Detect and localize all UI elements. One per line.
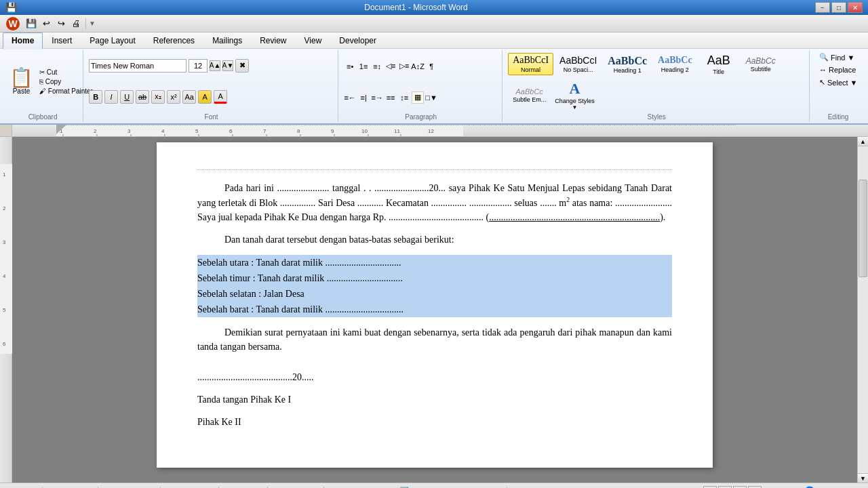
style-normal-preview: AaBbCcI	[513, 55, 549, 66]
increase-indent-button[interactable]: ▷≡	[398, 60, 410, 73]
style-nospace-button[interactable]: AaBbCcI No Spaci...	[555, 53, 601, 75]
style-nospace-label: No Spaci...	[564, 66, 593, 73]
style-normal-button[interactable]: AaBbCcI Normal	[508, 53, 553, 75]
clipboard-label: Clipboard	[7, 112, 79, 121]
change-styles-label: Change Styles	[555, 98, 595, 105]
scroll-thumb[interactable]	[859, 180, 867, 278]
style-h1-label: Heading 1	[614, 67, 642, 74]
font-name-input[interactable]	[89, 59, 186, 73]
svg-text:5: 5	[3, 307, 6, 313]
numbering-button[interactable]: 1≡	[357, 60, 370, 73]
superscript-button[interactable]: x²	[167, 90, 180, 104]
font-size-input[interactable]	[189, 59, 208, 73]
undo-button[interactable]: ↩	[39, 17, 53, 30]
clear-format-button[interactable]: ✖	[235, 59, 249, 73]
paste-label: Paste	[13, 87, 31, 95]
align-right-button[interactable]: ≡→	[371, 92, 383, 104]
bullets-button[interactable]: ≡•	[344, 60, 356, 73]
select-icon: ↖	[819, 78, 825, 87]
date-text: ........................................…	[197, 372, 314, 382]
select-label: Select	[827, 79, 848, 87]
font-size-decrease[interactable]: A▼	[222, 60, 233, 71]
menu-view[interactable]: View	[296, 33, 331, 48]
border-button[interactable]: □▼	[425, 92, 437, 104]
svg-text:4: 4	[161, 128, 165, 134]
highlight-button[interactable]: A	[198, 90, 212, 104]
scroll-down-button[interactable]: ▼	[858, 473, 868, 483]
paste-button[interactable]: 📋 Paste	[7, 67, 36, 96]
sign2-text: Pihak Ke II	[197, 417, 241, 427]
style-subtitle-label: Subtitle	[751, 66, 771, 73]
boundaries-list: Sebelah utara : Tanah darat milik ......…	[197, 255, 672, 317]
font-size-increase[interactable]: A▲	[210, 60, 220, 71]
svg-text:8: 8	[297, 128, 300, 134]
underline-button[interactable]: U	[120, 90, 134, 104]
menu-home[interactable]: Home	[3, 33, 43, 49]
font-color-button[interactable]: A	[214, 90, 227, 104]
scroll-track[interactable]	[858, 146, 868, 473]
menu-references[interactable]: References	[144, 33, 203, 48]
replace-icon: ↔	[819, 66, 827, 74]
align-center-button[interactable]: ≡|	[357, 92, 370, 104]
svg-text:12: 12	[428, 128, 434, 134]
styles-content: AaBbCcI Normal AaBbCcI No Spaci... AaBbC…	[508, 52, 805, 112]
style-title-button[interactable]: AaB Title	[698, 52, 739, 77]
select-arrow: ▼	[850, 79, 858, 87]
minimize-button[interactable]: −	[815, 2, 830, 13]
multilevel-button[interactable]: ≡↕	[371, 60, 383, 73]
align-left-button[interactable]: ≡←	[344, 92, 356, 104]
ruler-area: 1 2 3 4 5 6 7 8 9 10 11 12	[0, 125, 868, 137]
font-label: Font	[89, 112, 334, 121]
date-line: ........................................…	[197, 370, 672, 384]
title-bar: 💾 Document1 - Microsoft Word − □ ✕	[0, 0, 868, 15]
select-button[interactable]: ↖ Select ▼	[815, 77, 861, 88]
style-subtitle-button[interactable]: AaBbCc Subtitle	[741, 54, 781, 75]
vertical-scrollbar[interactable]: ▲ ▼	[857, 137, 868, 483]
menu-developer[interactable]: Developer	[330, 33, 385, 48]
document-scroll[interactable]: Pada hari ini ...................... tan…	[12, 137, 857, 483]
subscript-button[interactable]: x₂	[151, 90, 165, 104]
change-styles-arrow: ▼	[572, 104, 578, 110]
style-h2-button[interactable]: AaBbCc Heading 2	[653, 53, 697, 75]
close-button[interactable]: ✕	[848, 2, 863, 13]
para1-text: Pada hari ini ...................... tan…	[197, 183, 672, 222]
italic-button[interactable]: I	[104, 90, 118, 104]
style-subtleem-button[interactable]: AaBbCc Subtle Em...	[508, 85, 551, 105]
change-styles-button[interactable]: A Change Styles ▼	[552, 79, 597, 113]
style-h2-preview: AaBbCc	[658, 55, 692, 66]
change-case-button[interactable]: Aa	[182, 90, 196, 104]
svg-text:3: 3	[127, 128, 131, 134]
scroll-up-button[interactable]: ▲	[858, 137, 868, 146]
strikethrough-button[interactable]: ab	[136, 90, 149, 104]
menu-mailings[interactable]: Mailings	[203, 33, 251, 48]
find-button[interactable]: 🔍 Find ▼	[815, 52, 859, 63]
svg-text:6: 6	[229, 128, 233, 134]
style-h1-button[interactable]: AaBbCc Heading 1	[603, 52, 652, 76]
office-button[interactable]: W	[3, 16, 23, 31]
show-marks-button[interactable]: ¶	[425, 60, 437, 73]
sort-button[interactable]: A↕Z	[412, 60, 424, 73]
print-button[interactable]: 🖨	[69, 17, 83, 30]
para2-text: Dan tanah darat tersebut dengan batas-ba…	[224, 235, 454, 245]
justify-button[interactable]: ≡≡	[384, 92, 397, 104]
maximize-button[interactable]: □	[831, 2, 846, 13]
quick-access-toolbar: W 💾 ↩ ↪ 🖨 ▼	[0, 15, 868, 33]
line-spacing-button[interactable]: ↕≡	[398, 92, 410, 104]
svg-text:1: 1	[3, 171, 6, 178]
shading-button[interactable]: ▦	[412, 92, 424, 104]
save-button[interactable]: 💾	[24, 17, 38, 30]
editing-group: 🔍 Find ▼ ↔ Replace ↖ Select ▼ Editing	[811, 50, 865, 122]
menu-insert[interactable]: Insert	[43, 33, 81, 48]
paragraph-row1: ≡• 1≡ ≡↕ ◁≡ ▷≡ A↕Z ¶	[344, 60, 437, 73]
decrease-indent-button[interactable]: ◁≡	[384, 60, 397, 73]
sign1-text: Tanda tangan Pihak Ke I	[197, 394, 291, 405]
find-label: Find	[831, 54, 845, 62]
menu-page-layout[interactable]: Page Layout	[81, 33, 144, 48]
ruler-corner	[0, 125, 12, 137]
redo-button[interactable]: ↪	[54, 17, 68, 30]
replace-button[interactable]: ↔ Replace	[815, 64, 860, 75]
menu-review[interactable]: Review	[251, 33, 295, 48]
style-subtitle-preview: AaBbCc	[746, 56, 776, 66]
document-area: 1 2 3 4 5 6 Pada hari ini ..............…	[0, 137, 868, 483]
bold-button[interactable]: B	[89, 90, 102, 104]
